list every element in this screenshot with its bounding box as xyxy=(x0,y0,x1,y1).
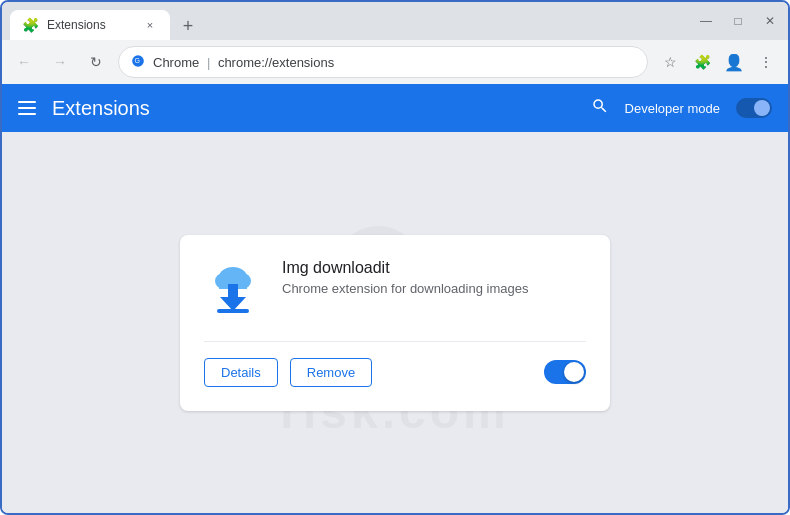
main-content: risk.com I xyxy=(2,132,788,513)
browser-window: 🧩 Extensions × + — □ ✕ ← → ↻ G Chrome xyxy=(0,0,790,515)
tab-close-button[interactable]: × xyxy=(142,17,158,33)
extension-name: Img downloadit xyxy=(282,259,586,277)
back-button[interactable]: ← xyxy=(10,48,38,76)
developer-mode-toggle[interactable] xyxy=(736,98,772,118)
bookmark-button[interactable]: ☆ xyxy=(656,48,684,76)
extensions-header: Extensions Developer mode xyxy=(2,84,788,132)
maximize-button[interactable]: □ xyxy=(728,11,748,31)
title-bar: 🧩 Extensions × + — □ ✕ xyxy=(2,2,788,40)
developer-mode-label: Developer mode xyxy=(625,101,720,116)
forward-button[interactable]: → xyxy=(46,48,74,76)
navigation-bar: ← → ↻ G Chrome | chrome://extensions ☆ 🧩 xyxy=(2,40,788,84)
header-right: Developer mode xyxy=(591,97,772,119)
address-path: chrome://extensions xyxy=(218,55,334,70)
tab-title: Extensions xyxy=(47,18,134,32)
minimize-button[interactable]: — xyxy=(696,11,716,31)
svg-text:G: G xyxy=(135,57,140,64)
reload-icon: ↻ xyxy=(90,54,102,70)
nav-actions: ☆ 🧩 👤 ⋮ xyxy=(656,48,780,76)
remove-button[interactable]: Remove xyxy=(290,358,372,387)
address-domain: Chrome xyxy=(153,55,199,70)
details-button[interactable]: Details xyxy=(204,358,278,387)
svg-rect-8 xyxy=(217,309,249,313)
forward-icon: → xyxy=(53,54,67,70)
tab-area: 🧩 Extensions × + xyxy=(10,2,690,40)
profile-button[interactable]: 👤 xyxy=(720,48,748,76)
new-tab-button[interactable]: + xyxy=(174,12,202,40)
extension-description: Chrome extension for downloading images xyxy=(282,281,586,296)
extensions-button[interactable]: 🧩 xyxy=(688,48,716,76)
tab-favicon: 🧩 xyxy=(22,17,39,33)
back-icon: ← xyxy=(17,54,31,70)
extension-toggle[interactable] xyxy=(544,360,586,384)
star-icon: ☆ xyxy=(664,54,677,70)
kebab-icon: ⋮ xyxy=(759,54,773,70)
toggle-knob xyxy=(754,100,770,116)
close-button[interactable]: ✕ xyxy=(760,11,780,31)
puzzle-icon: 🧩 xyxy=(694,54,711,70)
svg-marker-7 xyxy=(220,297,246,311)
extension-toggle-knob xyxy=(564,362,584,382)
secure-icon: G xyxy=(131,54,145,71)
card-top: Img downloadit Chrome extension for down… xyxy=(204,259,586,317)
menu-button[interactable]: ⋮ xyxy=(752,48,780,76)
search-button[interactable] xyxy=(591,97,609,119)
window-controls: — □ ✕ xyxy=(696,11,780,31)
card-bottom: Details Remove xyxy=(204,341,586,387)
address-text: Chrome | chrome://extensions xyxy=(153,55,635,70)
reload-button[interactable]: ↻ xyxy=(82,48,110,76)
extension-card: Img downloadit Chrome extension for down… xyxy=(180,235,610,411)
hamburger-menu[interactable] xyxy=(18,101,36,115)
address-separator: | xyxy=(207,55,214,70)
extension-icon xyxy=(204,259,262,317)
extension-info: Img downloadit Chrome extension for down… xyxy=(282,259,586,296)
profile-icon: 👤 xyxy=(724,53,744,72)
page-title: Extensions xyxy=(52,97,575,120)
active-tab[interactable]: 🧩 Extensions × xyxy=(10,10,170,40)
address-bar[interactable]: G Chrome | chrome://extensions xyxy=(118,46,648,78)
